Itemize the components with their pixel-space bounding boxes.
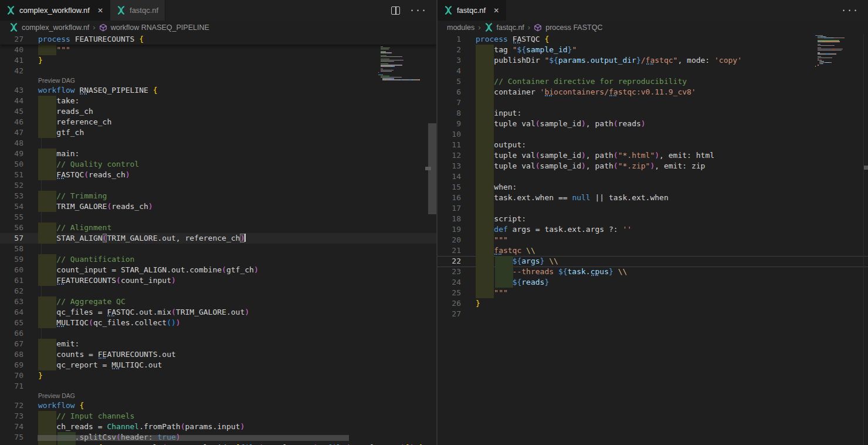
codelens[interactable]: Preview DAG — [0, 392, 436, 400]
code-line[interactable]: 54 TRIM_GALORE(reads_ch) — [0, 201, 436, 212]
breadcrumb-item-symbol[interactable]: process FASTQC — [545, 23, 602, 32]
line-number[interactable]: 58 — [0, 244, 23, 254]
line-number[interactable]: 62 — [0, 286, 23, 296]
code-line[interactable]: 2 tag "${sample_id}" — [438, 45, 868, 55]
line-number[interactable]: 71 — [0, 381, 23, 392]
code-line[interactable]: 70} — [0, 370, 436, 381]
line-number[interactable]: 76 — [0, 443, 23, 445]
code-line[interactable]: 17 — [438, 203, 868, 214]
vertical-scrollbar[interactable] — [428, 34, 436, 445]
line-number[interactable]: 8 — [438, 108, 461, 119]
code-line[interactable]: 58 — [0, 244, 436, 254]
line-number[interactable]: 64 — [0, 307, 23, 318]
more-actions-icon[interactable]: ··· — [841, 5, 859, 16]
line-number[interactable]: 45 — [0, 106, 23, 117]
code-line[interactable]: 3 publishDir "${params.output_dir}/fastq… — [438, 55, 868, 66]
code-line[interactable]: 61 FEATURECOUNTS(count_input) — [0, 275, 436, 286]
line-number[interactable]: 66 — [0, 328, 23, 339]
line-number[interactable]: 15 — [438, 182, 461, 193]
code-line[interactable]: 64 qc_files = FASTQC.out.mix(TRIM_GALORE… — [0, 307, 436, 318]
code-line[interactable]: 23 --threads ${task.cpus} \\ — [438, 267, 868, 277]
code-line[interactable]: 45 reads_ch — [0, 106, 436, 117]
line-number[interactable]: 3 — [438, 55, 461, 66]
code-line[interactable]: 62 — [0, 286, 436, 296]
line-number[interactable]: 57 — [0, 233, 23, 244]
line-number[interactable]: 52 — [0, 180, 23, 191]
split-editor-icon[interactable] — [391, 6, 400, 15]
line-number[interactable]: 20 — [438, 235, 461, 245]
code-line[interactable]: 24 ${reads} — [438, 277, 868, 288]
line-number[interactable]: 59 — [0, 254, 23, 265]
code-line[interactable]: 76 .map { row -> tuple(row.sample_id, [f… — [0, 443, 436, 445]
breadcrumb-item-file[interactable]: complex_workflow.nf — [22, 23, 89, 32]
line-number[interactable]: 72 — [0, 400, 23, 411]
code-line[interactable]: 25 """ — [438, 288, 868, 298]
code-line[interactable]: 50 // Quality control — [0, 159, 436, 170]
code-line[interactable]: 65 MULTIQC(qc_files.collect()) — [0, 318, 436, 328]
line-number[interactable]: 27 — [438, 309, 461, 319]
code-line[interactable]: 11 output: — [438, 140, 868, 150]
line-number[interactable]: 26 — [438, 298, 461, 309]
line-number[interactable]: 42 — [0, 66, 23, 76]
code-line[interactable]: 53 // Trimming — [0, 191, 436, 201]
code-line[interactable]: 46 reference_ch — [0, 117, 436, 127]
code-line[interactable]: 5 // Container directive for reproducibi… — [438, 76, 868, 87]
scrollbar-slider[interactable] — [864, 166, 868, 170]
line-number[interactable]: 6 — [438, 87, 461, 97]
code-line[interactable]: 4 — [438, 66, 868, 76]
line-number[interactable]: 44 — [0, 96, 23, 106]
line-number[interactable]: 55 — [0, 212, 23, 222]
code-line[interactable]: 52 — [0, 180, 436, 191]
line-number[interactable]: 43 — [0, 85, 23, 96]
tab-fastqc-right[interactable]: fastqc.nf ✕ — [438, 0, 506, 21]
line-number[interactable]: 1 — [438, 34, 461, 45]
code-line[interactable]: 48 — [0, 138, 436, 149]
code-line[interactable]: 19 def args = task.ext.args ?: '' — [438, 224, 868, 235]
line-number[interactable]: 13 — [438, 161, 461, 171]
code-line[interactable]: 12 tuple val(sample_id), path("*.html"),… — [438, 150, 868, 161]
line-number[interactable]: 19 — [438, 224, 461, 235]
line-number[interactable]: 48 — [0, 138, 23, 149]
code-line[interactable]: 74 ch_reads = Channel.fromPath(params.in… — [0, 422, 436, 432]
line-number[interactable]: 24 — [438, 277, 461, 288]
code-line[interactable]: 55 — [0, 212, 436, 222]
line-number[interactable]: 47 — [0, 127, 23, 138]
line-number[interactable]: 56 — [0, 222, 23, 233]
code-line[interactable]: 43workflow RNASEQ_PIPELINE { — [0, 85, 436, 96]
line-number[interactable]: 70 — [0, 370, 23, 381]
code-line[interactable]: 56 // Alignment — [0, 222, 436, 233]
code-line[interactable]: 21 fastqc \\ — [438, 245, 868, 256]
line-number[interactable]: 53 — [0, 191, 23, 201]
line-number[interactable]: 49 — [0, 149, 23, 159]
code-line[interactable]: 14 — [438, 171, 868, 182]
line-number[interactable]: 60 — [0, 265, 23, 275]
more-actions-icon[interactable]: ··· — [409, 5, 427, 16]
breadcrumb-item-symbol[interactable]: workflow RNASEQ_PIPELINE — [111, 23, 209, 32]
line-number[interactable]: 51 — [0, 170, 23, 180]
code-line[interactable]: 44 take: — [0, 96, 436, 106]
code-line[interactable]: 8 input: — [438, 108, 868, 119]
code-line[interactable]: 10 — [438, 129, 868, 140]
code-line[interactable]: 6 container 'biocontainers/fastqc:v0.11.… — [438, 87, 868, 97]
line-number[interactable]: 46 — [0, 117, 23, 127]
line-number[interactable]: 65 — [0, 318, 23, 328]
line-number[interactable]: 61 — [0, 275, 23, 286]
line-number[interactable]: 23 — [438, 267, 461, 277]
code-line[interactable]: 15 when: — [438, 182, 868, 193]
line-number[interactable]: 18 — [438, 214, 461, 224]
code-editor-left[interactable]: 27process FEATURECOUNTS {40 """41}42Prev… — [0, 34, 436, 445]
code-line[interactable]: 49 main: — [0, 149, 436, 159]
line-number[interactable]: 21 — [438, 245, 461, 256]
code-line[interactable]: 51 FASTQC(reads_ch) — [0, 170, 436, 180]
line-number[interactable]: 17 — [438, 203, 461, 214]
tab-complex-workflow[interactable]: complex_workflow.nf ✕ — [0, 0, 110, 21]
horizontal-scrollbar[interactable] — [38, 435, 349, 441]
line-number[interactable]: 50 — [0, 159, 23, 170]
line-number[interactable]: 69 — [0, 360, 23, 370]
code-line[interactable]: 68 counts = FEATURECOUNTS.out — [0, 349, 436, 360]
code-line[interactable]: 1process FASTQC { — [438, 34, 868, 45]
line-number[interactable]: 12 — [438, 150, 461, 161]
line-number[interactable]: 41 — [0, 55, 23, 66]
line-number[interactable]: 7 — [438, 97, 461, 108]
line-number[interactable]: 74 — [0, 422, 23, 432]
